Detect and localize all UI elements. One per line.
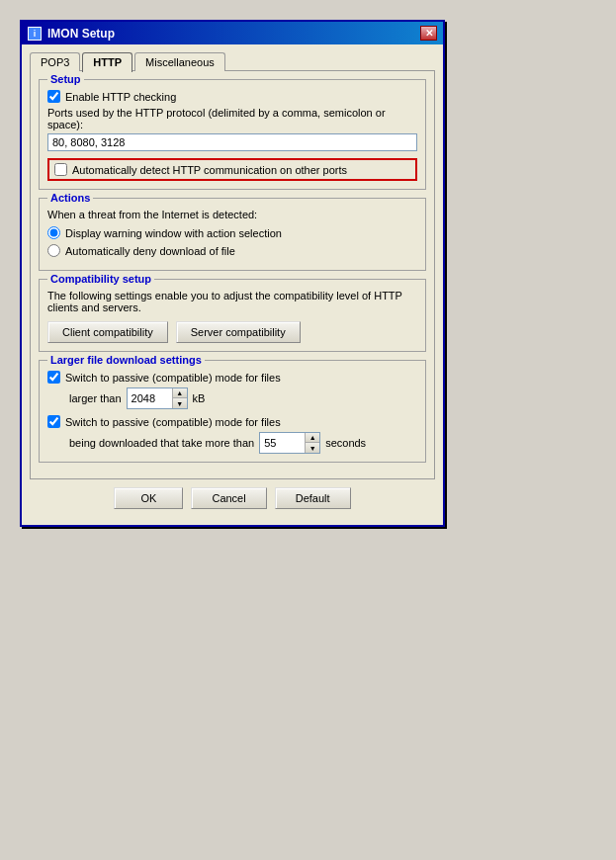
actions-section-body: When a threat from the Internet is detec… (47, 209, 417, 257)
tab-miscellaneous[interactable]: Miscellaneous (134, 52, 225, 71)
actions-section-title: Actions (47, 192, 93, 204)
cancel-button[interactable]: Cancel (191, 487, 266, 509)
larger-than-input[interactable] (128, 390, 172, 406)
larger-than-unit: kB (193, 392, 206, 404)
default-button[interactable]: Default (275, 487, 351, 509)
passive-mode-files-row: Switch to passive (compatible) mode for … (47, 371, 417, 384)
title-bar-text: i IMON Setup (28, 27, 115, 41)
title-bar: i IMON Setup ✕ (22, 22, 443, 44)
window-title: IMON Setup (47, 27, 115, 41)
larger-file-section-title: Larger file download settings (47, 354, 205, 366)
radio-display-warning[interactable] (47, 226, 60, 239)
ports-label: Ports used by the HTTP protocol (delimit… (47, 107, 417, 130)
compatibility-buttons: Client compatibility Server compatibilit… (47, 321, 417, 343)
passive-mode-time-label: Switch to passive (compatible) mode for … (65, 416, 281, 428)
more-than-input[interactable] (260, 435, 305, 451)
app-icon: i (28, 27, 42, 41)
enable-http-row: Enable HTTP checking (47, 90, 417, 103)
compatibility-section-title: Compatibility setup (47, 273, 154, 285)
bottom-bar: OK Cancel Default (30, 479, 435, 517)
auto-detect-label: Automatically detect HTTP communication … (72, 164, 347, 176)
compatibility-section-body: The following settings enable you to adj… (47, 290, 417, 343)
enable-http-label: Enable HTTP checking (65, 91, 176, 103)
radio-auto-deny[interactable] (47, 244, 60, 257)
tab-content-http: Setup Enable HTTP checking Ports used by… (30, 70, 435, 479)
more-than-spinner: ▲ ▼ (259, 432, 320, 454)
imon-setup-window: i IMON Setup ✕ POP3 HTTP Miscellaneous S… (20, 20, 445, 527)
compatibility-section: Compatibility setup The following settin… (39, 279, 426, 352)
tab-pop3[interactable]: POP3 (30, 52, 80, 71)
larger-than-label: larger than (69, 392, 122, 404)
passive-mode-files-checkbox[interactable] (47, 371, 60, 384)
window-body: POP3 HTTP Miscellaneous Setup Enable HTT… (22, 44, 443, 525)
more-than-row: being downloaded that take more than ▲ ▼… (69, 432, 417, 454)
larger-than-spin-down[interactable]: ▼ (173, 398, 187, 408)
close-button[interactable]: ✕ (420, 26, 437, 41)
passive-mode-files-label: Switch to passive (compatible) mode for … (65, 372, 281, 384)
larger-than-row: larger than ▲ ▼ kB (69, 387, 417, 409)
ports-input[interactable] (47, 133, 417, 151)
tab-http[interactable]: HTTP (82, 52, 132, 72)
radio-auto-deny-row: Automatically deny download of file (47, 244, 417, 257)
larger-than-spinner: ▲ ▼ (127, 387, 188, 409)
setup-section: Setup Enable HTTP checking Ports used by… (39, 79, 426, 190)
actions-description: When a threat from the Internet is detec… (47, 209, 417, 220)
enable-http-checkbox[interactable] (47, 90, 60, 103)
radio-display-warning-label: Display warning window with action selec… (65, 227, 282, 239)
more-than-label: being downloaded that take more than (69, 437, 254, 449)
more-than-spin-down[interactable]: ▼ (306, 443, 319, 453)
more-than-unit: seconds (325, 437, 366, 449)
larger-file-section: Larger file download settings Switch to … (39, 360, 426, 463)
passive-mode-time-checkbox[interactable] (47, 415, 60, 428)
tab-bar: POP3 HTTP Miscellaneous (30, 52, 435, 71)
compatibility-description: The following settings enable you to adj… (47, 290, 417, 313)
more-than-spin-up[interactable]: ▲ (306, 433, 319, 443)
larger-than-spinner-buttons: ▲ ▼ (172, 388, 187, 408)
larger-than-spin-up[interactable]: ▲ (173, 388, 187, 398)
radio-auto-deny-label: Automatically deny download of file (65, 245, 235, 257)
setup-section-body: Enable HTTP checking Ports used by the H… (47, 90, 417, 181)
passive-mode-time-row: Switch to passive (compatible) mode for … (47, 415, 417, 428)
auto-detect-highlight-box: Automatically detect HTTP communication … (47, 158, 417, 181)
more-than-spinner-buttons: ▲ ▼ (305, 433, 319, 453)
actions-section: Actions When a threat from the Internet … (39, 198, 426, 271)
radio-display-warning-row: Display warning window with action selec… (47, 226, 417, 239)
auto-detect-checkbox[interactable] (54, 163, 67, 176)
ok-button[interactable]: OK (114, 487, 183, 509)
larger-file-section-body: Switch to passive (compatible) mode for … (47, 371, 417, 454)
client-compatibility-button[interactable]: Client compatibility (47, 321, 168, 343)
server-compatibility-button[interactable]: Server compatibility (176, 321, 301, 343)
setup-section-title: Setup (47, 73, 84, 85)
